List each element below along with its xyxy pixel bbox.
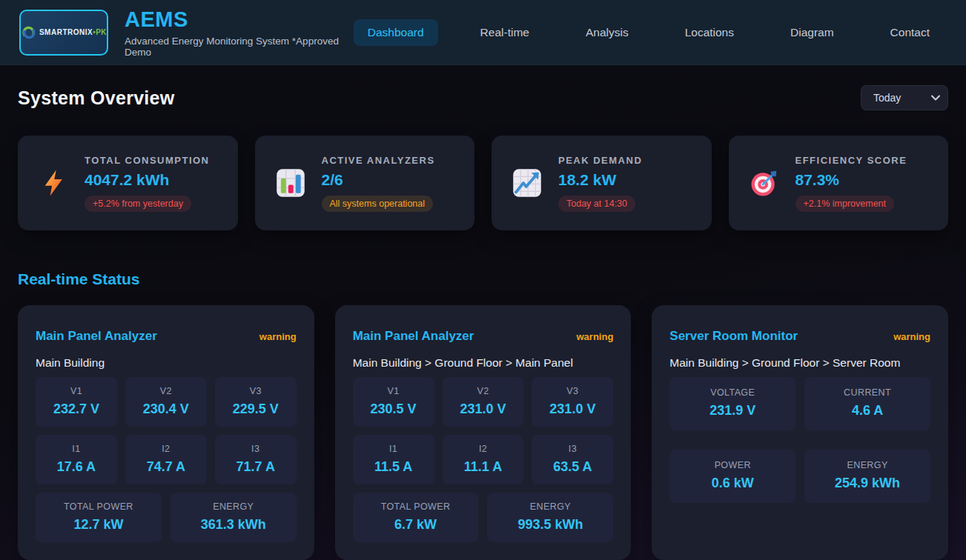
metric-value: 71.7 A — [219, 459, 292, 475]
stat-card-peak-demand: PEAK DEMAND 18.2 kW Today at 14:30 — [492, 136, 712, 230]
stat-card-active-analyzers: ACTIVE ANALYZERS 2/6 All systems operati… — [255, 136, 475, 230]
panel-header: Main Panel Analyzer warning — [36, 329, 297, 344]
metric-tile-v1: V1 232.7 V — [36, 377, 117, 427]
metric-value: 231.9 V — [674, 403, 791, 419]
stat-change-badge: +2.1% improvement — [795, 196, 895, 212]
app-subtitle: Advanced Energy Monitoring System *Appro… — [125, 36, 354, 58]
target-icon — [750, 168, 779, 198]
brand-block: AEMS Advanced Energy Monitoring System *… — [125, 7, 354, 58]
stat-label: PEAK DEMAND — [558, 155, 642, 166]
realtime-section-title: Real-time Status — [18, 270, 948, 288]
stat-value: 87.3% — [795, 171, 907, 189]
company-logo[interactable]: SMARTRONIX•PK — [19, 10, 108, 56]
panel-header: Main Panel Analyzer warning — [353, 329, 614, 344]
metric-value: 6.7 kW — [357, 517, 474, 533]
metric-label: TOTAL POWER — [357, 501, 474, 512]
metric-tile-total-power: TOTAL POWER 12.7 kW — [36, 493, 162, 542]
swirl-logo-icon — [21, 24, 37, 41]
metric-tile-v2: V2 231.0 V — [443, 377, 524, 427]
realtime-panels-grid: Main Panel Analyzer warning Main Buildin… — [18, 305, 948, 560]
stat-card-content: PEAK DEMAND 18.2 kW Today at 14:30 — [558, 155, 642, 212]
metric-tile-v2: V2 230.4 V — [125, 377, 207, 427]
panel-title: Main Panel Analyzer — [353, 329, 474, 344]
metric-value: 17.6 A — [40, 459, 113, 475]
nav-tab-realtime[interactable]: Real-time — [466, 19, 543, 46]
stat-card-efficiency-score: EFFICIENCY SCORE 87.3% +2.1% improvement — [729, 136, 949, 230]
metric-value: 11.5 A — [357, 459, 430, 475]
logo-text: SMARTRONIX•PK — [39, 28, 107, 36]
panel-title: Server Room Monitor — [669, 329, 798, 344]
metric-tile-voltage: VOLTAGE 231.9 V — [669, 377, 795, 430]
panel-location: Main Building > Ground Floor > Main Pane… — [353, 356, 614, 370]
period-select[interactable]: Today — [861, 85, 948, 110]
voltage-current-grid: V1 230.5 V V2 231.0 V V3 231.0 V I1 11.5… — [353, 377, 614, 484]
metric-label: V1 — [357, 386, 430, 396]
stat-value: 2/6 — [322, 171, 435, 189]
status-badge: warning — [259, 331, 297, 342]
nav-tab-locations[interactable]: Locations — [671, 19, 748, 46]
metric-value: 993.5 kWh — [492, 517, 609, 533]
lightning-icon — [39, 168, 68, 198]
metric-label: POWER — [674, 460, 791, 470]
metric-value: 230.5 V — [357, 401, 430, 417]
metric-label: V2 — [447, 386, 520, 396]
stat-card-content: TOTAL CONSUMPTION 4047.2 kWh +5.2% from … — [85, 155, 210, 212]
totals-grid: TOTAL POWER 12.7 kW ENERGY 361.3 kWh — [36, 493, 297, 542]
metric-label: V3 — [219, 386, 292, 396]
metric-tile-v1: V1 230.5 V — [353, 377, 434, 427]
overview-header-row: System Overview Today — [18, 85, 948, 110]
totals-grid: TOTAL POWER 6.7 kW ENERGY 993.5 kWh — [353, 493, 614, 542]
metric-tile-i3: I3 63.5 A — [532, 435, 613, 484]
metric-tile-i1: I1 11.5 A — [353, 435, 434, 484]
metric-label: I3 — [219, 444, 292, 454]
stat-label: TOTAL CONSUMPTION — [85, 155, 210, 166]
metric-value: 63.5 A — [536, 459, 609, 475]
metric-value: 232.7 V — [40, 401, 113, 417]
metric-tile-i3: I3 71.7 A — [215, 435, 297, 484]
stat-card-content: EFFICIENCY SCORE 87.3% +2.1% improvement — [795, 155, 907, 212]
nav-tab-analysis[interactable]: Analysis — [572, 19, 643, 46]
main-nav: Dashboard Real-time Analysis Locations D… — [354, 19, 947, 46]
metric-label: ENERGY — [809, 460, 926, 470]
metric-label: ENERGY — [175, 501, 292, 512]
metric-tile-i2: I2 74.7 A — [125, 435, 207, 484]
metric-label: I1 — [357, 444, 430, 454]
panel-location: Main Building — [36, 356, 297, 370]
bar-chart-icon — [276, 168, 305, 198]
status-badge: warning — [576, 331, 613, 342]
metric-value: 4.6 A — [809, 403, 926, 419]
analyzer-panel-2: Main Panel Analyzer warning Main Buildin… — [335, 305, 632, 560]
metric-tile-total-power: TOTAL POWER 6.7 kW — [353, 493, 479, 542]
nav-tab-dashboard[interactable]: Dashboard — [354, 19, 438, 46]
metric-tile-current: CURRENT 4.6 A — [804, 377, 930, 430]
metric-tile-power: POWER 0.6 kW — [669, 450, 795, 503]
panel-title: Main Panel Analyzer — [36, 329, 157, 344]
stat-label: EFFICIENCY SCORE — [795, 155, 907, 166]
nav-tab-contact[interactable]: Contact — [876, 19, 944, 46]
metric-label: V3 — [536, 386, 609, 396]
metric-value: 11.1 A — [447, 459, 520, 475]
metric-label: I2 — [130, 444, 202, 454]
server-room-panel: Server Room Monitor warning Main Buildin… — [652, 305, 948, 560]
metric-value: 74.7 A — [130, 459, 202, 475]
page-title: System Overview — [18, 87, 175, 109]
panel-header: Server Room Monitor warning — [669, 329, 930, 344]
metric-tile-energy: ENERGY 993.5 kWh — [487, 493, 613, 542]
main-content: System Overview Today TOTAL CONSUMPT — [0, 85, 966, 560]
status-badge: warning — [893, 331, 930, 342]
metric-value: 12.7 kW — [40, 517, 157, 533]
metric-value: 231.0 V — [536, 401, 609, 417]
metric-value: 254.9 kWh — [809, 476, 926, 491]
stat-card-total-consumption: TOTAL CONSUMPTION 4047.2 kWh +5.2% from … — [18, 136, 238, 230]
nav-tab-diagram[interactable]: Diagram — [776, 19, 848, 46]
metric-value: 229.5 V — [219, 401, 292, 417]
app-header: SMARTRONIX•PK AEMS Advanced Energy Monit… — [0, 0, 966, 65]
stat-change-badge: +5.2% from yesterday — [85, 196, 191, 212]
panel-location: Main Building > Ground Floor > Server Ro… — [669, 356, 930, 370]
stat-card-content: ACTIVE ANALYZERS 2/6 All systems operati… — [322, 155, 435, 212]
metric-label: I2 — [447, 444, 520, 454]
metric-tile-i2: I2 11.1 A — [443, 435, 524, 484]
metric-value: 230.4 V — [130, 401, 202, 417]
voltage-current-grid: V1 232.7 V V2 230.4 V V3 229.5 V I1 17.6… — [36, 377, 297, 484]
stat-value: 4047.2 kWh — [85, 171, 210, 189]
